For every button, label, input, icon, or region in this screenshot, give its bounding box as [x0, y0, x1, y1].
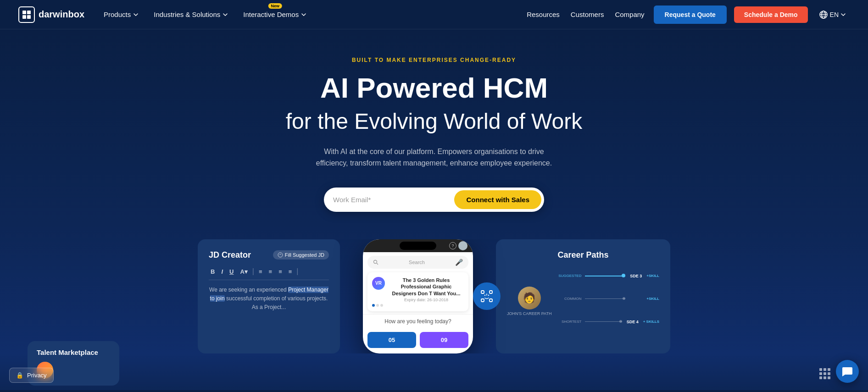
- path-dest-sde3: SDE 3: [629, 274, 643, 278]
- nav-link-company[interactable]: Company: [613, 7, 646, 22]
- svg-rect-1: [27, 11, 31, 14]
- grid-dot: [823, 368, 826, 371]
- face-id-button[interactable]: [473, 282, 501, 310]
- editor-toolbar: B I U A▾ | ≡ ≡ ≡ ≡ |: [209, 267, 329, 280]
- connect-with-sales-button[interactable]: Connect with Sales: [454, 190, 541, 209]
- nav-link-customers[interactable]: Customers: [569, 7, 606, 22]
- fill-suggested-badge[interactable]: Fill Suggested JD: [273, 250, 329, 259]
- nav-link-resources[interactable]: Resources: [525, 7, 562, 22]
- separator2: |: [296, 267, 298, 276]
- bold-button[interactable]: B: [209, 267, 217, 276]
- work-email-input[interactable]: [333, 196, 454, 204]
- svg-rect-0: [22, 11, 26, 14]
- svg-point-9: [278, 253, 283, 257]
- search-icon: [373, 259, 378, 265]
- jd-creator-title: JD Creator: [209, 250, 251, 260]
- privacy-label: Privacy: [27, 372, 47, 379]
- path-endpoint: [619, 320, 622, 323]
- chevron-down-icon: [840, 12, 846, 17]
- phone-search-bar: Search 🎤: [367, 256, 468, 269]
- svg-rect-3: [27, 15, 31, 19]
- path-skill-common: +SKILL: [646, 297, 659, 301]
- nav-item-interactive-demos[interactable]: New Interactive Demos: [237, 7, 313, 22]
- grid-dot: [819, 376, 822, 379]
- dot-active: [372, 304, 375, 307]
- highlighted-text: Project Manager to join: [210, 287, 328, 302]
- phone-notification: VR The 3 Golden Rules Professional Graph…: [367, 272, 468, 311]
- path-skill-shortest: + SKILLS: [643, 320, 659, 324]
- hero-email-form: Connect with Sales: [324, 188, 544, 212]
- svg-rect-14: [481, 299, 484, 302]
- separator: |: [252, 267, 254, 276]
- hero-section: BUILT TO MAKE ENTERPRISES CHANGE-READY A…: [0, 29, 868, 353]
- request-quote-button[interactable]: Request a Quote: [654, 6, 727, 24]
- lang-label: EN: [830, 11, 839, 18]
- schedule-demo-button[interactable]: Schedule a Demo: [734, 6, 808, 23]
- navbar: darwinbox Products Industries & Solution…: [0, 0, 868, 29]
- career-avatar-wrapper: 🧑 JOHN'S CAREER PATH: [507, 287, 551, 316]
- path-label-shortest: SHORTEST: [556, 320, 581, 324]
- globe-icon: [819, 10, 828, 19]
- italic-button[interactable]: I: [219, 267, 225, 276]
- phone-btn-2[interactable]: 09: [420, 332, 468, 348]
- phone-notch-pill: [400, 242, 436, 250]
- nav-menu: Products Industries & Solutions New Inte…: [97, 7, 313, 22]
- svg-point-17: [488, 295, 489, 296]
- jd-creator-header: JD Creator Fill Suggested JD: [209, 250, 329, 260]
- chat-button[interactable]: [836, 360, 859, 383]
- path-endpoint: [623, 297, 625, 300]
- career-paths-title: Career Paths: [507, 250, 659, 260]
- align-center-button[interactable]: ≡: [267, 267, 274, 276]
- font-color-button[interactable]: A▾: [238, 267, 249, 276]
- help-icon: ?: [449, 242, 456, 249]
- hero-description: With AI at the core of our platform. Emp…: [315, 146, 553, 169]
- nav-right: Resources Customers Company Request a Qu…: [525, 6, 850, 24]
- path-endpoint: [622, 274, 625, 277]
- underline-button[interactable]: U: [228, 267, 235, 276]
- phone-action-buttons: 05 09: [363, 328, 473, 353]
- search-placeholder: Search: [381, 259, 452, 265]
- grid-dot: [828, 376, 830, 379]
- svg-point-16: [484, 295, 485, 296]
- phone-btn-1[interactable]: 05: [367, 332, 416, 348]
- face-id-icon: [480, 290, 493, 303]
- path-dest-sde4: SDE 4: [626, 320, 640, 324]
- align-justify-button[interactable]: ≡: [287, 267, 294, 276]
- align-right-button[interactable]: ≡: [277, 267, 284, 276]
- hero-title-line2: for the Evolving World of Work: [286, 108, 582, 135]
- notification-date: Expiry date: 26-10-2018: [389, 298, 464, 302]
- nav-item-industries[interactable]: Industries & Solutions: [147, 7, 235, 22]
- jd-creator-body: We are seeking an experienced Project Ma…: [209, 286, 329, 312]
- nav-item-products[interactable]: Products: [97, 7, 145, 22]
- language-switcher[interactable]: EN: [815, 7, 850, 22]
- career-paths-card: Career Paths 🧑 JOHN'S CAREER PATH SUGGES…: [496, 239, 670, 353]
- privacy-badge[interactable]: 🔒 Privacy: [9, 368, 54, 383]
- align-left-button[interactable]: ≡: [257, 267, 264, 276]
- path-line-common: [585, 298, 625, 299]
- phone-card: ? Search 🎤 VR The 3 Golden Rules Profess…: [349, 239, 487, 353]
- hero-title-line1: AI Powered HCM: [320, 72, 548, 104]
- dot: [376, 304, 379, 307]
- path-line-shortest: [585, 321, 622, 322]
- career-avatar: 🧑: [518, 287, 541, 309]
- svg-rect-2: [22, 15, 26, 19]
- grid-dot: [819, 368, 822, 371]
- svg-rect-13: [490, 291, 492, 293]
- path-label-common: COMMON: [556, 297, 581, 301]
- chevron-down-icon: [300, 11, 307, 18]
- chevron-down-icon: [222, 11, 228, 18]
- magic-icon: [278, 252, 283, 258]
- svg-rect-15: [490, 299, 492, 302]
- chevron-down-icon: [133, 11, 139, 18]
- career-name: JOHN'S CAREER PATH: [507, 311, 551, 316]
- new-badge: New: [268, 3, 282, 9]
- grid-dot: [823, 376, 826, 379]
- grid-icon[interactable]: [819, 368, 830, 379]
- svg-line-11: [377, 263, 378, 265]
- logo[interactable]: darwinbox: [18, 6, 84, 23]
- grid-dot: [819, 372, 822, 375]
- path-shortest: SHORTEST SDE 4 + SKILLS: [556, 320, 659, 324]
- hero-eyebrow: BUILT TO MAKE ENTERPRISES CHANGE-READY: [352, 57, 516, 63]
- nav-left: darwinbox Products Industries & Solution…: [18, 6, 313, 23]
- mic-icon: 🎤: [455, 259, 463, 266]
